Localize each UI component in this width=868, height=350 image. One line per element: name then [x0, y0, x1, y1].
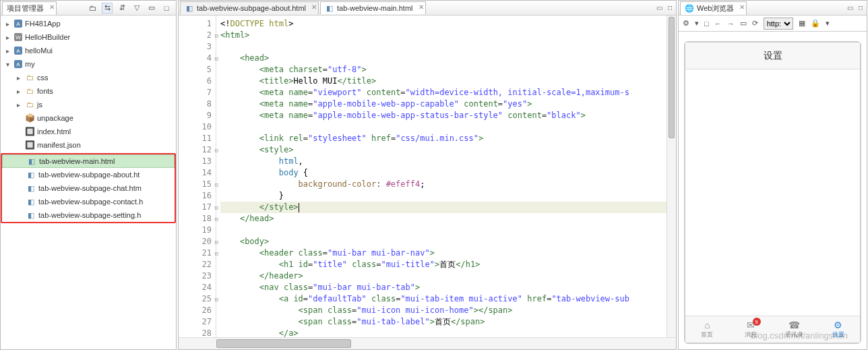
- pe-toolbar-button[interactable]: □: [161, 3, 172, 13]
- tree-node[interactable]: 🔲index.html: [1, 125, 176, 138]
- scrollbar-thumb[interactable]: [216, 339, 351, 348]
- code-line[interactable]: <meta name="apple-mobile-web-app-capable…: [220, 98, 666, 110]
- browser-toolbar-button[interactable]: ⚙: [683, 19, 689, 28]
- pe-toolbar-button[interactable]: ⇵: [117, 3, 127, 13]
- tree-node[interactable]: ◧tab-webview-subpage-chat.htm: [2, 181, 175, 195]
- disclosure-icon[interactable]: ▸: [3, 34, 11, 41]
- phone-tab[interactable]: ⌂首页: [685, 316, 729, 343]
- tree-node[interactable]: ▸🗀css: [1, 71, 176, 84]
- disclosure-icon[interactable]: ▸: [14, 101, 22, 109]
- code-line[interactable]: </a>: [220, 328, 666, 337]
- tree-node[interactable]: 📦unpackage: [1, 111, 176, 125]
- line-number[interactable]: 22: [179, 259, 212, 270]
- tree-node[interactable]: ▸AhelloMui: [1, 44, 176, 57]
- browser-toolbar-button[interactable]: ⟳: [752, 19, 758, 28]
- code-line[interactable]: [220, 41, 666, 53]
- browser-toolbar-button[interactable]: ←: [714, 20, 722, 28]
- pe-toolbar-button[interactable]: 🗀: [87, 3, 98, 13]
- pe-toolbar-button[interactable]: ▽: [131, 3, 142, 13]
- disclosure-icon[interactable]: ▸: [14, 88, 22, 95]
- code-line[interactable]: <meta charset="utf-8">: [220, 64, 666, 76]
- browser-toolbar-button[interactable]: ▦: [799, 19, 805, 28]
- browser-toolbar-button[interactable]: ▾: [826, 19, 830, 28]
- disclosure-icon[interactable]: ▸: [14, 74, 22, 82]
- line-number[interactable]: 15: [179, 179, 212, 190]
- line-number[interactable]: 25: [179, 293, 212, 305]
- code-line[interactable]: [220, 225, 666, 236]
- line-number[interactable]: 9: [179, 110, 212, 121]
- code-line[interactable]: [220, 121, 666, 133]
- close-icon[interactable]: ✕: [739, 3, 745, 11]
- tree-node[interactable]: ▾Amy: [1, 57, 176, 71]
- line-number[interactable]: 5: [179, 64, 212, 76]
- code-line[interactable]: html,: [220, 156, 666, 167]
- line-number[interactable]: 27: [179, 316, 212, 328]
- vertical-scrollbar[interactable]: [666, 16, 676, 337]
- line-number[interactable]: 11: [179, 133, 212, 144]
- tree-node[interactable]: ▸🗀js: [1, 98, 176, 111]
- code-line[interactable]: </style>: [220, 202, 666, 213]
- code-line[interactable]: <meta name="viewport" content="width=dev…: [220, 87, 666, 98]
- line-number[interactable]: 20: [179, 236, 212, 247]
- web-browser-tab[interactable]: 🌐 Web浏览器 ✕: [680, 1, 747, 15]
- line-number[interactable]: 18: [179, 213, 212, 225]
- maximize-icon[interactable]: □: [859, 4, 863, 11]
- line-number[interactable]: 17: [179, 202, 212, 213]
- code-line[interactable]: <h1 id="title" class="mui-title">首页</h1>: [220, 259, 666, 270]
- code-line[interactable]: <head>: [220, 53, 666, 64]
- code-line[interactable]: <span class="mui-icon mui-icon-home"></s…: [220, 305, 666, 316]
- code-line[interactable]: <style>: [220, 144, 666, 156]
- pe-toolbar-button[interactable]: ▭: [146, 3, 157, 13]
- tree-node[interactable]: ◧tab-webview-subpage-about.ht: [2, 168, 175, 181]
- code-line[interactable]: </head>: [220, 213, 666, 225]
- line-number[interactable]: 14: [179, 167, 212, 179]
- line-number[interactable]: 12: [179, 144, 212, 156]
- line-number[interactable]: 7: [179, 87, 212, 98]
- line-number[interactable]: 19: [179, 225, 212, 236]
- code-line[interactable]: <nav class="mui-bar mui-bar-tab">: [220, 282, 666, 293]
- code-line[interactable]: <span class="mui-tab-label">首页</span>: [220, 316, 666, 328]
- maximize-icon[interactable]: □: [668, 4, 672, 11]
- code-line[interactable]: <a id="defaultTab" class="mui-tab-item m…: [220, 293, 666, 305]
- code-line[interactable]: <title>Hello MUI</title>: [220, 76, 666, 87]
- close-icon[interactable]: ✕: [418, 3, 424, 11]
- protocol-select[interactable]: http:: [764, 18, 793, 30]
- line-number[interactable]: 13: [179, 156, 212, 167]
- tree-node[interactable]: ◧tab-webview-main.html: [2, 154, 175, 168]
- code-line[interactable]: <header class="mui-bar mui-bar-nav">: [220, 247, 666, 259]
- code-line[interactable]: body {: [220, 167, 666, 179]
- tree-node[interactable]: ◧tab-webview-subpage-setting.h: [2, 208, 175, 222]
- browser-toolbar-button[interactable]: □: [704, 20, 709, 28]
- code-area[interactable]: <!DOCTYPE html><html> <head> <meta chars…: [216, 16, 666, 337]
- browser-toolbar-button[interactable]: ▾: [695, 19, 699, 28]
- line-number[interactable]: 23: [179, 270, 212, 282]
- browser-toolbar-button[interactable]: 🔒: [811, 19, 820, 28]
- scrollbar-thumb[interactable]: [669, 17, 675, 138]
- line-number[interactable]: 26: [179, 305, 212, 316]
- close-icon[interactable]: ✕: [311, 3, 317, 11]
- tree-node[interactable]: ▸WHelloHBuilder: [1, 30, 176, 44]
- disclosure-icon[interactable]: ▾: [3, 61, 11, 68]
- line-number[interactable]: 24: [179, 282, 212, 293]
- line-number[interactable]: 3: [179, 41, 212, 53]
- pe-toolbar-button[interactable]: ⇆: [102, 3, 113, 13]
- line-number[interactable]: 4: [179, 53, 212, 64]
- code-line[interactable]: <body>: [220, 236, 666, 247]
- line-number[interactable]: 2: [179, 30, 212, 41]
- line-number[interactable]: 16: [179, 190, 212, 202]
- editor-tab[interactable]: ◧tab-webview-subpage-about.html✕: [180, 1, 319, 14]
- code-line[interactable]: }: [220, 190, 666, 202]
- minimize-icon[interactable]: ▭: [847, 4, 853, 11]
- line-number[interactable]: 8: [179, 98, 212, 110]
- minimize-icon[interactable]: ▭: [656, 4, 662, 11]
- disclosure-icon[interactable]: ▸: [3, 47, 11, 55]
- line-number[interactable]: 1: [179, 18, 212, 30]
- browser-toolbar-button[interactable]: ▭: [740, 19, 747, 28]
- code-line[interactable]: </header>: [220, 270, 666, 282]
- tree-node[interactable]: ▸AFH481App: [1, 17, 176, 30]
- code-line[interactable]: <meta name="apple-mobile-web-app-status-…: [220, 110, 666, 121]
- editor-tab[interactable]: ◧tab-webview-main.html✕: [320, 1, 425, 14]
- browser-toolbar-button[interactable]: →: [727, 20, 735, 28]
- horizontal-scrollbar[interactable]: [179, 337, 676, 349]
- code-line[interactable]: <link rel="stylesheet" href="css/mui.min…: [220, 133, 666, 144]
